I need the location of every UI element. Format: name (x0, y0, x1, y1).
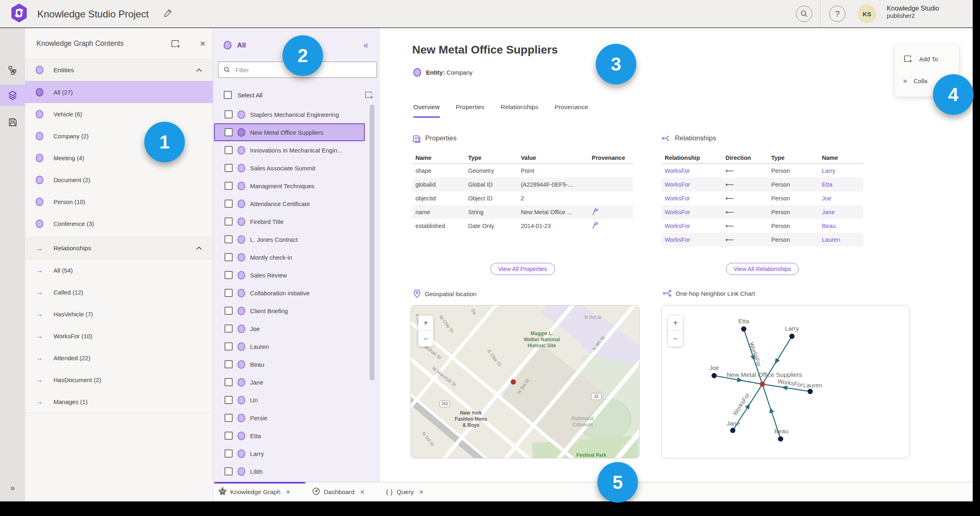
rail-item-contents[interactable] (0, 85, 25, 106)
entities-group-header[interactable]: Entities (25, 59, 213, 81)
popup-item-add-to[interactable]: Add To (903, 53, 959, 65)
relationships-list-item[interactable]: →HasVehicle (7) (25, 303, 213, 325)
item-checkbox[interactable] (225, 146, 233, 154)
workspace-tab-knowledge-graph[interactable]: Knowledge Graph✕ (218, 487, 291, 497)
item-checkbox[interactable] (225, 325, 233, 333)
collapse-panel-button[interactable]: « (364, 40, 368, 51)
zoom-out-button[interactable]: − (668, 331, 683, 346)
relationship-type-link[interactable]: WorksFor (661, 181, 722, 188)
detail-tab-provenance[interactable]: Provenance (554, 103, 588, 118)
relationships-list-item[interactable]: →Manages (1) (25, 391, 213, 413)
graph-node[interactable] (741, 327, 747, 332)
add-to-new-button[interactable] (170, 39, 181, 51)
graph-node[interactable] (712, 373, 717, 378)
help-button[interactable]: ? (829, 6, 845, 22)
item-checkbox[interactable] (225, 467, 233, 475)
entities-list-item[interactable]: Vehicle (6) (25, 103, 213, 125)
entity-list-item[interactable]: L. Jones Contract (214, 230, 365, 248)
entity-list-item[interactable]: Firebird Title (214, 213, 365, 230)
geospatial-map[interactable]: k RdW Clay StSaarshall StW Marshall StE … (411, 305, 640, 458)
item-checkbox[interactable] (225, 182, 233, 190)
property-provenance[interactable] (588, 221, 633, 230)
search-button[interactable] (796, 6, 812, 22)
relationship-entity-link[interactable]: Lauren (819, 236, 863, 243)
entity-list-item[interactable]: Jane (214, 373, 365, 391)
graph-center-node[interactable] (760, 382, 765, 387)
entities-list-item[interactable]: All (27) (25, 81, 213, 103)
expand-rail-button[interactable]: » (0, 483, 25, 492)
item-checkbox[interactable] (225, 200, 233, 208)
view-all-properties-button[interactable]: View All Properties (490, 263, 555, 275)
entity-list-item[interactable]: Lauren (214, 338, 365, 355)
relationship-entity-link[interactable]: Joe (819, 195, 863, 202)
item-checkbox[interactable] (225, 164, 233, 172)
entity-list-item[interactable]: New Metal Office Suppliers (214, 123, 365, 141)
close-tab-icon[interactable]: ✕ (419, 489, 424, 495)
entity-list-item[interactable]: Joe (214, 320, 365, 338)
graph-node[interactable] (778, 436, 783, 442)
workspace-tab-query[interactable]: { }Query✕ (386, 488, 424, 496)
property-provenance[interactable] (588, 208, 633, 217)
relationship-entity-link[interactable]: Larry (819, 168, 863, 174)
relationship-type-link[interactable]: WorksFor (661, 223, 722, 229)
rail-item-model[interactable] (0, 60, 25, 81)
graph-node[interactable] (730, 428, 736, 433)
entities-list-item[interactable]: Meeting (4) (25, 147, 213, 169)
add-box-icon[interactable] (364, 90, 374, 100)
select-all-checkbox[interactable] (224, 91, 232, 99)
relationship-entity-link[interactable]: Beau (819, 223, 863, 229)
item-checkbox[interactable] (225, 414, 233, 422)
item-checkbox[interactable] (225, 128, 233, 136)
item-checkbox[interactable] (225, 432, 233, 440)
item-checkbox[interactable] (225, 253, 233, 261)
entity-list-item[interactable]: Staplers Mechanical Engineering (214, 105, 365, 123)
relationships-list-item[interactable]: →WorksFor (10) (25, 325, 213, 347)
relationships-list-item[interactable]: →Attended (22) (25, 347, 213, 369)
detail-tab-overview[interactable]: Overview (413, 103, 440, 118)
close-tab-icon[interactable]: ✕ (360, 489, 365, 495)
item-checkbox[interactable] (225, 235, 233, 243)
entities-list-item[interactable]: Document (2) (25, 169, 213, 191)
relationships-group-header[interactable]: → Relationships (25, 237, 213, 259)
close-panel-button[interactable]: ✕ (197, 38, 208, 49)
vertical-scrollbar[interactable] (370, 105, 374, 410)
relationship-entity-link[interactable]: Jane (819, 209, 863, 215)
item-checkbox[interactable] (225, 342, 233, 350)
item-checkbox[interactable] (225, 271, 233, 279)
user-info[interactable]: Knowledge Studio publisher2 (887, 4, 939, 19)
item-checkbox[interactable] (225, 289, 233, 297)
graph-node[interactable] (808, 389, 813, 394)
relationships-list-item[interactable]: →All (54) (25, 259, 213, 281)
entity-list-item[interactable]: Managment Techniques (214, 177, 365, 195)
entity-list-item[interactable]: Attendance Certificate (214, 195, 365, 213)
entity-list-item[interactable]: Beau (214, 355, 365, 373)
entity-list-item[interactable]: Client Briefing (214, 302, 365, 320)
graph-node[interactable] (790, 334, 795, 339)
relationship-type-link[interactable]: WorksFor (661, 236, 722, 243)
relationships-list-item[interactable]: →Called (12) (25, 281, 213, 303)
entity-list-item[interactable]: Sales Associate Summit (214, 159, 365, 177)
entity-list-item[interactable]: Larry (214, 445, 365, 462)
entities-list-item[interactable]: Conference (3) (25, 213, 213, 234)
entity-list-item[interactable]: Persie (214, 409, 365, 427)
relationship-entity-link[interactable]: Etta (819, 181, 863, 188)
relationship-type-link[interactable]: WorksFor (661, 195, 722, 202)
link-chart[interactable]: WorksForWorksForWorksForEttaLarryJoeLaur… (661, 305, 909, 458)
relationships-list-item[interactable]: →HasDocument (2) (25, 369, 213, 391)
zoom-in-button[interactable]: + (418, 316, 433, 331)
entity-list-item[interactable]: Innovations in Mechanical Engin... (214, 141, 365, 159)
item-checkbox[interactable] (225, 360, 233, 368)
detail-tab-relationships[interactable]: Relationships (501, 103, 538, 118)
entity-list-item[interactable]: Etta (214, 427, 365, 445)
view-all-relationships-button[interactable]: View All Relationships (726, 263, 799, 275)
relationship-type-link[interactable]: WorksFor (661, 168, 722, 174)
relationship-type-link[interactable]: WorksFor (661, 209, 722, 215)
edit-title-button[interactable] (161, 6, 174, 19)
entity-list-item[interactable]: Montly check-in (214, 248, 365, 266)
item-checkbox[interactable] (225, 396, 233, 404)
zoom-in-button[interactable]: + (668, 316, 683, 331)
entities-list-item[interactable]: Person (10) (25, 191, 213, 213)
entity-list-item[interactable]: Sales Review (214, 266, 365, 284)
zoom-out-button[interactable]: − (418, 331, 433, 346)
map-canvas[interactable]: k RdW Clay StSaarshall StW Marshall StE … (411, 305, 639, 458)
